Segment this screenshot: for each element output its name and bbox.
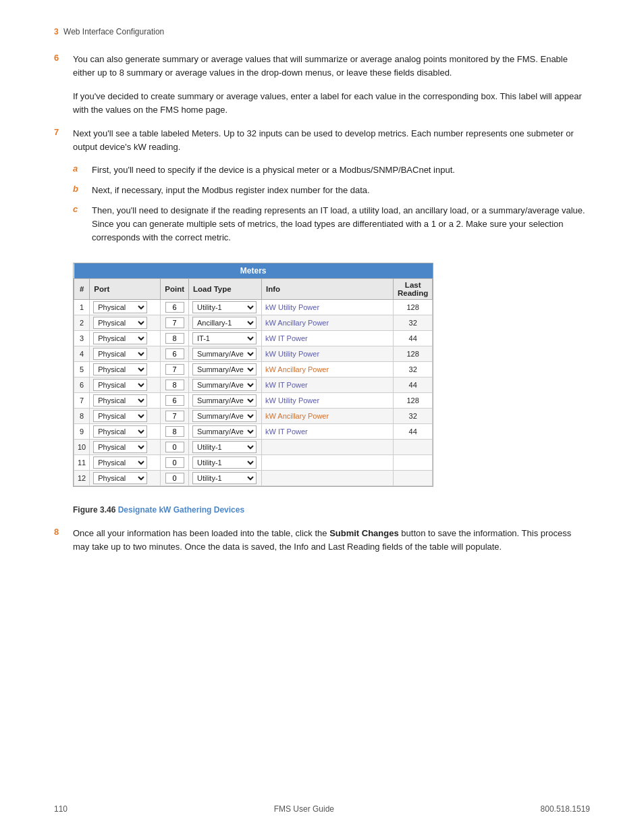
row-port[interactable]: Physical: [90, 408, 161, 423]
row-num: 3: [74, 330, 90, 346]
row-port[interactable]: Physical: [90, 299, 161, 315]
table-title: Meters: [74, 263, 433, 279]
table-row: 1PhysicalUtility-1kW Utility Power128: [74, 299, 433, 315]
row-port[interactable]: Physical: [90, 346, 161, 361]
step-7c-label: c: [73, 204, 86, 214]
port-select[interactable]: Physical: [93, 379, 147, 391]
step-6-block: 6 You can also generate summary or avera…: [54, 53, 590, 118]
row-loadtype[interactable]: Utility-1: [189, 454, 262, 470]
port-select[interactable]: Physical: [93, 441, 147, 453]
loadtype-select[interactable]: Summary/Ave-1: [192, 363, 257, 375]
row-loadtype[interactable]: Ancillary-1: [189, 315, 262, 330]
row-point[interactable]: [161, 408, 189, 423]
point-input[interactable]: [165, 457, 184, 468]
row-port[interactable]: Physical: [90, 439, 161, 454]
row-loadtype[interactable]: Summary/Ave-1: [189, 361, 262, 377]
loadtype-select[interactable]: Utility-1: [192, 457, 257, 469]
row-loadtype[interactable]: Summary/Ave-2: [189, 392, 262, 408]
row-port[interactable]: Physical: [90, 315, 161, 330]
point-input[interactable]: [165, 364, 184, 375]
port-select[interactable]: Physical: [93, 348, 147, 360]
row-port[interactable]: Physical: [90, 361, 161, 377]
table-row: 10PhysicalUtility-1: [74, 439, 433, 454]
col-info: Info: [262, 278, 394, 299]
point-input[interactable]: [165, 411, 184, 421]
row-port[interactable]: Physical: [90, 330, 161, 346]
port-select[interactable]: Physical: [93, 457, 147, 469]
loadtype-select[interactable]: Utility-1: [192, 441, 257, 453]
row-port[interactable]: Physical: [90, 470, 161, 486]
row-info: [262, 454, 394, 470]
row-loadtype[interactable]: Utility-1: [189, 299, 262, 315]
point-input[interactable]: [165, 333, 184, 344]
row-point[interactable]: [161, 392, 189, 408]
row-last-reading: 32: [394, 408, 433, 423]
footer: 110 FMS User Guide 800.518.1519: [0, 804, 644, 814]
row-loadtype[interactable]: IT-1: [189, 330, 262, 346]
port-select[interactable]: Physical: [93, 472, 147, 484]
loadtype-select[interactable]: Summary/Ave-2: [192, 394, 257, 407]
row-last-reading: 32: [394, 361, 433, 377]
point-input[interactable]: [165, 380, 184, 390]
row-loadtype[interactable]: Utility-1: [189, 470, 262, 486]
step-7-num: 7: [54, 127, 68, 137]
row-port[interactable]: Physical: [90, 392, 161, 408]
row-point[interactable]: [161, 377, 189, 392]
row-point[interactable]: [161, 330, 189, 346]
loadtype-select[interactable]: Summary/Ave-1: [192, 348, 257, 360]
row-loadtype[interactable]: Summary/Ave-1: [189, 377, 262, 392]
row-info: kW IT Power: [262, 377, 394, 392]
row-point[interactable]: [161, 346, 189, 361]
row-loadtype[interactable]: Utility-1: [189, 439, 262, 454]
row-point[interactable]: [161, 423, 189, 439]
row-point[interactable]: [161, 470, 189, 486]
row-port[interactable]: Physical: [90, 423, 161, 439]
meters-table: Meters # Port Point Load Type Info LastR…: [74, 263, 433, 486]
footer-page: 110: [54, 804, 68, 814]
port-select[interactable]: Physical: [93, 301, 147, 313]
row-num: 1: [74, 299, 90, 315]
row-port[interactable]: Physical: [90, 454, 161, 470]
row-point[interactable]: [161, 454, 189, 470]
table-row: 5PhysicalSummary/Ave-1kW Ancillary Power…: [74, 361, 433, 377]
point-input[interactable]: [165, 302, 184, 313]
port-select[interactable]: Physical: [93, 410, 147, 422]
row-loadtype[interactable]: Summary/Ave-2: [189, 408, 262, 423]
port-select[interactable]: Physical: [93, 332, 147, 344]
loadtype-select[interactable]: Utility-1: [192, 472, 257, 484]
footer-right: 800.518.1519: [541, 804, 590, 814]
row-num: 11: [74, 454, 90, 470]
row-loadtype[interactable]: Summary/Ave-1: [189, 346, 262, 361]
meters-tbody: 1PhysicalUtility-1kW Utility Power1282Ph…: [74, 299, 433, 486]
point-input[interactable]: [165, 442, 184, 452]
loadtype-select[interactable]: Ancillary-1: [192, 317, 257, 329]
loadtype-select[interactable]: Summary/Ave-2: [192, 425, 257, 438]
port-select[interactable]: Physical: [93, 317, 147, 329]
row-point[interactable]: [161, 361, 189, 377]
row-last-reading: 44: [394, 423, 433, 439]
figure-caption: Figure 3.46 Designate kW Gathering Devic…: [73, 505, 590, 515]
row-point[interactable]: [161, 299, 189, 315]
loadtype-select[interactable]: Summary/Ave-1: [192, 379, 257, 391]
loadtype-select[interactable]: IT-1: [192, 332, 257, 344]
row-point[interactable]: [161, 439, 189, 454]
port-select[interactable]: Physical: [93, 425, 147, 438]
port-select[interactable]: Physical: [93, 394, 147, 407]
point-input[interactable]: [165, 348, 184, 359]
port-select[interactable]: Physical: [93, 363, 147, 375]
step-6-num: 6: [54, 53, 68, 63]
point-input[interactable]: [165, 395, 184, 406]
row-loadtype[interactable]: Summary/Ave-2: [189, 423, 262, 439]
loadtype-select[interactable]: Summary/Ave-2: [192, 410, 257, 422]
breadcrumb-num: 3: [54, 27, 59, 36]
point-input[interactable]: [165, 317, 184, 328]
col-num: #: [74, 278, 90, 299]
table-row: 12PhysicalUtility-1: [74, 470, 433, 486]
row-port[interactable]: Physical: [90, 377, 161, 392]
loadtype-select[interactable]: Utility-1: [192, 301, 257, 313]
step-7a-text: First, you'll need to specify if the dev…: [92, 163, 455, 177]
point-input[interactable]: [165, 426, 184, 437]
table-row: 11PhysicalUtility-1: [74, 454, 433, 470]
point-input[interactable]: [165, 473, 184, 484]
row-point[interactable]: [161, 315, 189, 330]
